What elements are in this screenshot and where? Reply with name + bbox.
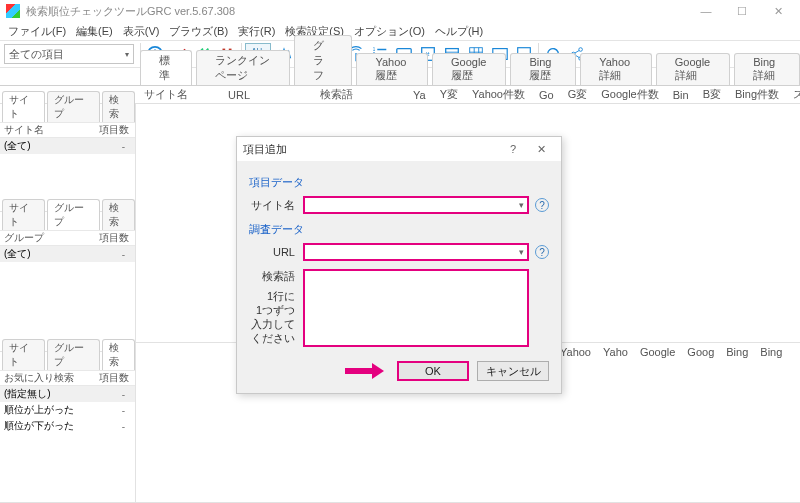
add-item-dialog: 項目追加 ? ✕ 項目データ サイト名 ▾ ? 調査データ URL ▾ ? 検索…: [236, 136, 562, 394]
textarea-keywords[interactable]: [303, 269, 529, 347]
col2-google2[interactable]: Goog: [687, 346, 714, 358]
menu-bar: ファイル(F) 編集(E) 表示(V) ブラウズ(B) 実行(R) 検索設定(S…: [0, 22, 800, 40]
col2-bing1[interactable]: Bing: [726, 346, 748, 358]
p3-tab-group[interactable]: グループ: [47, 339, 100, 370]
p2-tab-search[interactable]: 検索: [102, 199, 135, 230]
p2-head-c1: グループ: [0, 231, 76, 245]
tab-yahoo-h[interactable]: Yahoo履歴: [356, 53, 428, 85]
help-url[interactable]: ?: [535, 245, 549, 259]
p2-head-c2: 項目数: [76, 231, 135, 245]
col-kw[interactable]: 検索語: [260, 87, 357, 102]
menu-browse[interactable]: ブラウズ(B): [169, 24, 228, 39]
menu-file[interactable]: ファイル(F): [8, 24, 66, 39]
chevron-down-icon: ▾: [519, 247, 524, 257]
chevron-down-icon: ▾: [519, 200, 524, 210]
tab-google-h[interactable]: Google履歴: [432, 53, 506, 85]
menu-options[interactable]: オプション(O): [354, 24, 425, 39]
help-site-name[interactable]: ?: [535, 198, 549, 212]
col2-yahoo1[interactable]: Yahoo: [560, 346, 591, 358]
col-gchg[interactable]: G変: [564, 87, 592, 102]
col-go[interactable]: Go: [535, 89, 558, 101]
tab-rankin[interactable]: ランクインページ: [196, 50, 290, 85]
menu-run[interactable]: 実行(R): [238, 24, 275, 39]
p2-tab-site[interactable]: サイト: [2, 199, 45, 230]
tab-bing-d[interactable]: Bing詳細: [734, 53, 800, 85]
menu-help[interactable]: ヘルプ(H): [435, 24, 483, 39]
dialog-close-button[interactable]: ✕: [527, 143, 555, 156]
label-site-name: サイト名: [249, 198, 303, 213]
p3-row-0[interactable]: (指定無し) -: [0, 386, 135, 402]
col-bcnt[interactable]: Bing件数: [731, 87, 783, 102]
p3-head-c1: お気に入り検索: [0, 371, 76, 385]
col2-bing2[interactable]: Bing: [760, 346, 782, 358]
label-keywords: 検索語: [249, 269, 295, 283]
kw-hint-3: ください: [249, 331, 295, 345]
tab-standard[interactable]: 標準: [140, 50, 192, 85]
col2-yahoo2[interactable]: Yaho: [603, 346, 628, 358]
col-ya[interactable]: Ya: [363, 89, 430, 101]
arrow-callout-icon: [345, 364, 385, 378]
filter-combo[interactable]: 全ての項目 ▾: [4, 44, 134, 64]
p3-head-c2: 項目数: [76, 371, 135, 385]
p1-head-c1: サイト名: [0, 123, 76, 137]
p1-tab-group[interactable]: グループ: [47, 91, 100, 122]
group-item-data: 項目データ: [249, 175, 549, 190]
left-sidebar: サイト グループ 検索 サイト名 項目数 (全て) - サイト グループ 検索: [0, 104, 136, 503]
kw-hint-1: 1つずつ: [249, 303, 295, 317]
p3-tab-search[interactable]: 検索: [102, 339, 135, 370]
col-site[interactable]: サイト名: [140, 87, 192, 102]
p1-tab-search[interactable]: 検索: [102, 91, 135, 122]
filter-combo-value: 全ての項目: [9, 47, 64, 62]
p2-tab-group[interactable]: グループ: [47, 199, 100, 230]
col-bchg[interactable]: B変: [699, 87, 725, 102]
p1-tab-site[interactable]: サイト: [2, 91, 45, 122]
col-ycnt[interactable]: Yahoo件数: [468, 87, 529, 102]
col2-google1[interactable]: Google: [640, 346, 675, 358]
label-url: URL: [249, 246, 303, 258]
window-title: 検索順位チェックツールGRC ver.5.67.308: [26, 4, 688, 19]
p1-row-all[interactable]: (全て) -: [0, 138, 135, 154]
col-gcnt[interactable]: Google件数: [597, 87, 662, 102]
menu-view[interactable]: 表示(V): [123, 24, 160, 39]
maximize-button[interactable]: ☐: [724, 1, 760, 21]
p3-row-1[interactable]: 順位が上がった -: [0, 402, 135, 418]
app-icon: [6, 4, 20, 18]
menu-edit[interactable]: 編集(E): [76, 24, 113, 39]
col-status[interactable]: ステータス: [789, 87, 800, 102]
group-survey-data: 調査データ: [249, 222, 549, 237]
tab-yahoo-d[interactable]: Yahoo詳細: [580, 53, 652, 85]
input-site-name[interactable]: ▾: [303, 196, 529, 214]
tab-bing-h[interactable]: Bing履歴: [510, 53, 576, 85]
p3-row-2[interactable]: 順位が下がった -: [0, 418, 135, 434]
chevron-down-icon: ▾: [125, 50, 129, 59]
dialog-help-button[interactable]: ?: [499, 143, 527, 155]
main-tabs: 標準 ランクインページ グラフ Yahoo履歴 Google履歴 Bing履歴 …: [0, 68, 800, 86]
tab-graph[interactable]: グラフ: [294, 35, 353, 85]
kw-hint-2: 入力して: [249, 317, 295, 331]
tab-google-d[interactable]: Google詳細: [656, 53, 730, 85]
p3-tab-site[interactable]: サイト: [2, 339, 45, 370]
cancel-button[interactable]: キャンセル: [477, 361, 549, 381]
kw-hint-0: 1行に: [249, 289, 295, 303]
col-bin[interactable]: Bin: [669, 89, 693, 101]
close-button[interactable]: ✕: [760, 1, 796, 21]
col-url[interactable]: URL: [198, 89, 254, 101]
dialog-title: 項目追加: [243, 142, 499, 157]
p1-head-c2: 項目数: [76, 123, 135, 137]
input-url[interactable]: ▾: [303, 243, 529, 261]
titlebar: 検索順位チェックツールGRC ver.5.67.308 — ☐ ✕: [0, 0, 800, 22]
minimize-button[interactable]: —: [688, 1, 724, 21]
col-ychg[interactable]: Y変: [436, 87, 462, 102]
ok-button[interactable]: OK: [397, 361, 469, 381]
p2-row-all[interactable]: (全て) -: [0, 246, 135, 262]
